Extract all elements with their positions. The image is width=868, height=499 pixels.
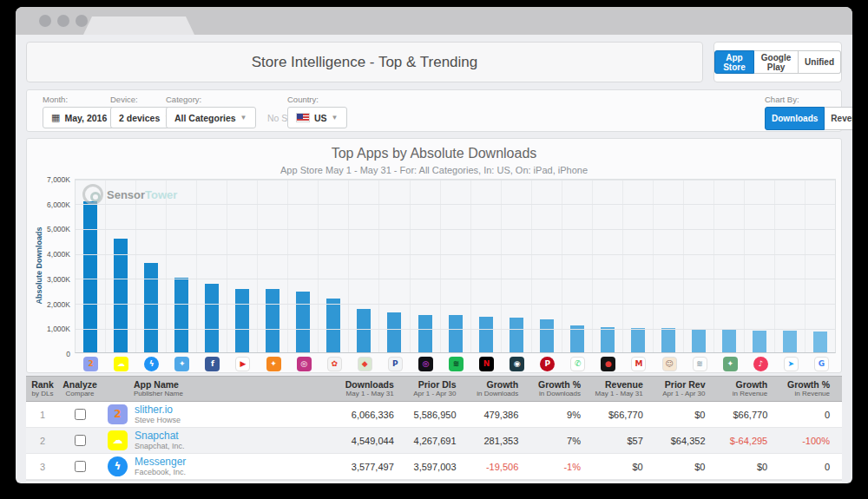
column-title: Growth % bbox=[779, 379, 830, 390]
column-title: Prior Dls bbox=[406, 379, 457, 390]
window-zoom-button[interactable] bbox=[76, 15, 88, 27]
unknown-app-21-icon: ≋ bbox=[693, 357, 707, 371]
table-body: 12slither.ioSteve Howse6,066,3365,586,95… bbox=[26, 402, 842, 480]
watermark-text-bold: Sensor bbox=[107, 188, 145, 201]
pandora-icon: P bbox=[388, 357, 403, 371]
rank-cell: 3 bbox=[26, 462, 59, 472]
column-header-rank-by-dls[interactable]: Rankby DLs bbox=[26, 379, 59, 397]
bar-unknown-game-9[interactable] bbox=[326, 299, 340, 352]
column-subtitle: May 1 - May 31 bbox=[344, 390, 394, 397]
column-header-growth-in-downloads[interactable]: Growth %in Downloads bbox=[530, 379, 593, 397]
bar-facebook[interactable] bbox=[205, 284, 219, 352]
bar-unknown-app-12[interactable] bbox=[418, 315, 432, 352]
store-tab-unified[interactable]: Unified bbox=[799, 50, 841, 74]
store-tab-google-play[interactable]: Google Play bbox=[754, 50, 799, 74]
app-cell: ☁SnapchatSnapchat, Inc. bbox=[101, 430, 344, 451]
google-icon: G bbox=[814, 357, 829, 371]
icon-glyph: f bbox=[211, 360, 214, 368]
browser-tab[interactable] bbox=[83, 16, 194, 35]
column-title: Downloads bbox=[344, 379, 394, 390]
column-header-growth-in-revenue[interactable]: Growthin Revenue bbox=[718, 379, 780, 397]
analyze-checkbox[interactable] bbox=[75, 435, 86, 446]
bar-pinterest[interactable] bbox=[540, 319, 554, 352]
y-axis-ticks: 01,000K2,000K3,000K4,000K5,000K6,000K7,0… bbox=[27, 139, 70, 372]
app-link-slither-io[interactable]: slither.io bbox=[135, 404, 181, 416]
column-header-growth-in-revenue[interactable]: Growth %in Revenue bbox=[779, 379, 842, 397]
page-header: Store Intelligence - Top & Trending bbox=[26, 42, 703, 82]
bar-google-maps[interactable] bbox=[357, 309, 371, 352]
app-link-messenger[interactable]: Messenger bbox=[135, 456, 186, 468]
bar-slither-io[interactable] bbox=[83, 201, 97, 352]
unknown-app-12-icon: ◎ bbox=[418, 357, 433, 371]
window-minimize-button[interactable] bbox=[57, 15, 69, 27]
bar-twitter[interactable] bbox=[783, 331, 797, 352]
unknown-app-23-icon: ♪ bbox=[753, 357, 768, 371]
x-axis-icon-cell: P bbox=[532, 357, 562, 371]
icon-glyph: ▶ bbox=[240, 360, 246, 368]
chevron-down-icon: ▼ bbox=[240, 114, 247, 121]
bar-google[interactable] bbox=[813, 332, 827, 352]
column-header-growth-in-downloads[interactable]: Growthin Downloads bbox=[469, 379, 531, 397]
bar-youtube[interactable] bbox=[235, 289, 249, 353]
watermark-text-light: Tower bbox=[145, 188, 177, 201]
us-flag-icon bbox=[296, 113, 310, 122]
value-cell: 4,267,691 bbox=[406, 436, 469, 446]
bar-slot bbox=[136, 180, 167, 352]
bar-spotify[interactable] bbox=[449, 315, 463, 352]
x-axis-icon-cell: ≋ bbox=[685, 357, 715, 371]
bar-unknown-app-15[interactable] bbox=[510, 318, 523, 352]
column-title: Revenue bbox=[593, 379, 643, 390]
chart-by-revenue[interactable]: Revenue bbox=[825, 107, 852, 130]
column-title: Growth bbox=[469, 379, 519, 390]
analyze-checkbox[interactable] bbox=[75, 461, 86, 472]
analyze-cell bbox=[59, 435, 101, 446]
column-title: Growth bbox=[718, 379, 768, 390]
bar-unknown-app-7[interactable] bbox=[266, 289, 279, 352]
chart-plot-area: SensorTower bbox=[75, 179, 836, 353]
gridline bbox=[76, 254, 835, 255]
bar-messenger[interactable] bbox=[144, 263, 158, 352]
bar-instagram[interactable] bbox=[296, 292, 310, 352]
bar-gmail[interactable] bbox=[631, 328, 645, 352]
icon-glyph: ✦ bbox=[270, 360, 277, 368]
publisher-name: Facebook, Inc. bbox=[135, 468, 186, 477]
column-header-downloads-may-1-may-31[interactable]: DownloadsMay 1 - May 31 bbox=[344, 379, 406, 397]
analyze-checkbox[interactable] bbox=[75, 409, 86, 420]
bar-slot bbox=[441, 180, 471, 352]
bar-slot bbox=[562, 180, 593, 352]
app-link-snapchat[interactable]: Snapchat bbox=[135, 430, 185, 442]
bar-pandora[interactable] bbox=[387, 312, 401, 352]
x-axis-icon-cell: 2 bbox=[76, 357, 106, 371]
bar-netflix[interactable] bbox=[479, 317, 493, 352]
category-dropdown[interactable]: All Categories ▼ bbox=[166, 107, 256, 128]
bar-slot bbox=[532, 180, 562, 352]
bar-unknown-app-20[interactable] bbox=[661, 328, 675, 352]
x-axis-icon-cell: ▶ bbox=[227, 357, 258, 371]
bar-snapchat[interactable] bbox=[114, 239, 128, 352]
bar-unknown-game-4[interactable] bbox=[174, 278, 188, 352]
chart-by-filter: Chart By: DownloadsRevenue bbox=[765, 95, 852, 130]
table-header-row: Rankby DLsAnalyzeCompareApp NamePublishe… bbox=[26, 376, 842, 402]
country-dropdown[interactable]: US ▼ bbox=[287, 107, 347, 128]
column-header-prior-rev-apr-1-apr-30[interactable]: Prior RevApr 1 - Apr 30 bbox=[655, 379, 718, 397]
netflix-icon: N bbox=[479, 357, 494, 371]
bar-unknown-app-21[interactable] bbox=[692, 329, 706, 352]
value-cell: 6,066,336 bbox=[344, 410, 406, 420]
column-header-app-name-publisher-name[interactable]: App NamePublisher Name bbox=[101, 379, 344, 397]
icon-glyph: ✆ bbox=[575, 360, 582, 368]
column-header-revenue-may-1-may-31[interactable]: RevenueMay 1 - May 31 bbox=[593, 379, 655, 397]
x-axis-icon-cell: ✆ bbox=[562, 357, 593, 371]
chart-title: Top Apps by Absolute Downloads bbox=[27, 146, 841, 161]
y-tick-label: 4,000K bbox=[27, 250, 70, 259]
store-switcher: App StoreGoogle PlayUnified bbox=[713, 42, 842, 82]
chart-by-downloads[interactable]: Downloads bbox=[765, 107, 825, 130]
bar-unknown-app-22[interactable] bbox=[722, 329, 736, 352]
store-tab-app-store[interactable]: App Store bbox=[714, 50, 754, 74]
column-header-prior-dls-apr-1-apr-30[interactable]: Prior DlsApr 1 - Apr 30 bbox=[406, 379, 469, 397]
value-cell: -19,506 bbox=[469, 462, 531, 472]
bar-unknown-app-23[interactable] bbox=[753, 331, 766, 352]
bar-unknown-app-18[interactable] bbox=[601, 327, 615, 352]
icon-glyph: M bbox=[635, 360, 642, 368]
window-close-button[interactable] bbox=[39, 15, 51, 27]
column-header-analyze-compare[interactable]: AnalyzeCompare bbox=[59, 379, 101, 397]
